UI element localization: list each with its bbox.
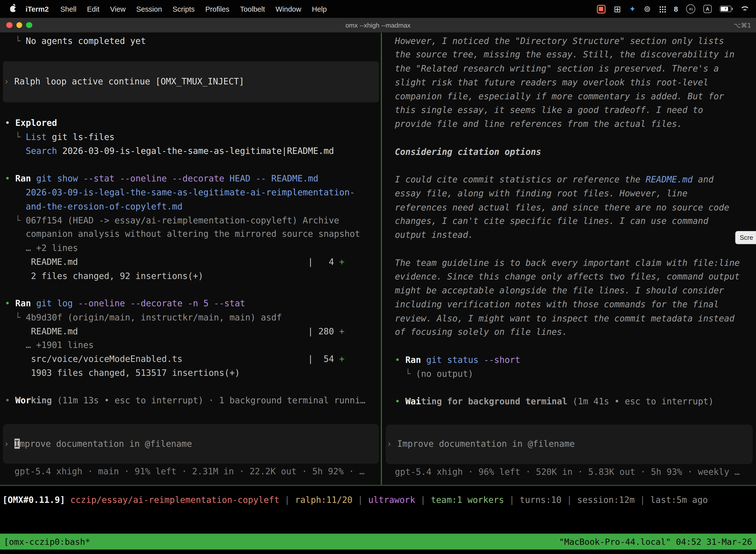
spark-icon[interactable]: ✦ <box>629 5 636 13</box>
terminal-line: output instead. <box>395 228 754 242</box>
screen-tooltip: Scre <box>736 231 756 244</box>
terminal-line: of focusing solely on file lines. <box>395 325 754 339</box>
text-segment: › <box>4 438 14 448</box>
menu-item-edit[interactable]: Edit <box>82 5 105 13</box>
right-transcript: However, I noticed the "Directory Struct… <box>395 34 754 408</box>
terminal-line: … +2 lines <box>5 241 379 255</box>
right-prompt-input[interactable]: › Improve documentation in @filename <box>386 425 753 464</box>
text-segment <box>5 243 25 253</box>
battery-percent-icon[interactable]: .61 <box>686 4 695 13</box>
text-segment: Improve documentation in @filename <box>397 439 575 449</box>
terminal-line: the source tree, missing the essay. Stil… <box>395 48 754 62</box>
battery-percent-icon-glyph: .61 <box>688 7 693 11</box>
text-segment: slight risk that future readers may over… <box>395 77 708 88</box>
left-pane: └ No agents completed yet › Ralph loop a… <box>0 33 381 485</box>
menu-item-session[interactable]: Session <box>131 5 168 13</box>
terminal-line <box>5 380 379 394</box>
text-segment: + <box>339 326 344 336</box>
terminal: └ No agents completed yet › Ralph loop a… <box>0 33 756 485</box>
terminal-line: changes, I can't cite specific file line… <box>395 214 754 228</box>
text-segment: session:12m <box>577 494 635 505</box>
menu-item-view[interactable]: View <box>105 5 131 13</box>
zoom-button[interactable] <box>26 22 32 28</box>
agents-status-line: └ No agents completed yet <box>5 34 379 48</box>
text-segment: (no output) <box>416 368 473 379</box>
terminal-line <box>5 158 379 172</box>
text-segment: | <box>635 494 650 505</box>
text-tool-icon[interactable]: A <box>703 5 712 13</box>
terminal-line: slight risk that future readers may over… <box>395 76 754 90</box>
text-segment: git log <box>36 298 73 308</box>
text-segment: and-the-erosion-of-copyleft.md <box>26 201 183 211</box>
text-segment: 1903 files changed, 513517 insertions(+) <box>5 368 240 378</box>
text-segment: └ <box>5 215 25 225</box>
text-segment: • <box>5 173 15 183</box>
text-segment: The team guideline is to back every impo… <box>395 258 740 268</box>
text-segment: companion file, especially if more comme… <box>395 91 724 101</box>
text-segment: this single essay, it seems like a good … <box>395 105 703 115</box>
minimize-button[interactable] <box>16 22 22 28</box>
tmux-host-and-clock: "MacBook-Pro-44.local" 04:52 31-Mar-26 <box>559 537 752 547</box>
window-title-bar[interactable]: omx --xhigh --madmax ⌥⌘1 <box>0 18 756 33</box>
terminal-line: including verification notes with those … <box>395 297 754 312</box>
menu-bar: iTerm2ShellEditViewSessionScriptsProfile… <box>0 0 756 18</box>
left-model-status: gpt-5.4 xhigh · main · 91% left · 2.31M … <box>14 465 379 479</box>
tmux-status-bar: [omx-cczip0:bash* "MacBook-Pro-44.local"… <box>0 534 756 550</box>
text-segment: output instead. <box>395 230 473 240</box>
app-icon-8[interactable]: 8 <box>674 5 678 12</box>
text-segment: including verification notes with those … <box>395 299 719 309</box>
window-shortcut-badge: ⌥⌘1 <box>734 21 751 29</box>
terminal-line: • Working (11m 13s • esc to interrupt) ·… <box>5 394 379 408</box>
menu-item-toolbelt[interactable]: Toolbelt <box>235 5 270 13</box>
terminal-line <box>5 283 379 297</box>
text-segment: List <box>26 132 47 142</box>
left-prompt-text: › Improve documentation in @filename <box>4 437 192 451</box>
text-segment: ralph:11/20 <box>295 494 353 505</box>
left-prompt-input[interactable]: › Improve documentation in @filename <box>3 424 379 464</box>
terminal-line: Search 2026-03-09-is-legal-the-same-as-l… <box>5 144 379 158</box>
terminal-line <box>395 242 754 256</box>
window-title: omx --xhigh --madmax <box>345 21 411 29</box>
text-segment: the "Related research writing" section i… <box>395 63 719 73</box>
text-segment: 2026-03-09-is-legal-the-same-as-legitima… <box>26 187 355 197</box>
grid-window-icon[interactable]: ⊞ <box>614 4 621 13</box>
swirl-app-icon-glyph: ⊚ <box>644 5 651 13</box>
text-segment: └ <box>5 312 25 322</box>
menu-item-window[interactable]: Window <box>270 5 307 13</box>
text-segment: mprove documentation in @filename <box>19 438 192 448</box>
text-segment: Ralph loop active continue [OMX_TMUX_INJ… <box>14 76 244 87</box>
text-segment: --oneline --decorate -n 5 --stat <box>73 298 245 308</box>
wifi-icon[interactable] <box>740 6 748 12</box>
terminal-line <box>395 339 754 353</box>
text-segment: › <box>4 76 14 87</box>
text-segment: changes, I can't cite specific file line… <box>395 216 708 226</box>
terminal-line: src/voice/voiceModeEnabled.ts | 54 + <box>5 352 379 366</box>
apple-logo-icon[interactable] <box>10 6 16 12</box>
close-button[interactable] <box>6 22 12 28</box>
window-controls <box>6 18 32 32</box>
text-segment <box>5 229 25 239</box>
menu-item-shell[interactable]: Shell <box>55 5 82 13</box>
text-segment: README.md | 280 <box>5 326 339 336</box>
terminal-line: … +1901 lines <box>5 338 379 352</box>
menu-item-scripts[interactable]: Scripts <box>167 5 200 13</box>
terminal-line: └ (no output) <box>395 367 754 381</box>
text-segment: └ <box>5 36 25 46</box>
dots-grid-icon[interactable] <box>659 5 666 12</box>
text-segment: turns:10 <box>520 494 562 505</box>
terminal-line <box>395 131 754 145</box>
battery-icon[interactable]: ⚡ <box>720 6 732 12</box>
text-segment <box>31 298 36 308</box>
menu-item-profiles[interactable]: Profiles <box>200 5 235 13</box>
text-segment: • <box>5 118 15 128</box>
pane-bottom-border <box>0 485 756 486</box>
menu-item-help[interactable]: Help <box>307 5 332 13</box>
screen-recording-icon[interactable] <box>597 4 606 13</box>
text-segment: … +1901 lines <box>5 340 93 350</box>
text-segment: No agents completed yet <box>26 36 146 46</box>
text-segment: the source tree, missing the essay. Stil… <box>395 49 735 60</box>
left-transcript: • Explored └ List git ls-files Search 20… <box>5 116 379 408</box>
text-segment: However, I noticed the "Directory Struct… <box>395 36 724 46</box>
swirl-app-icon[interactable]: ⊚ <box>644 5 651 13</box>
menu-item-iterm2[interactable]: iTerm2 <box>20 5 55 13</box>
